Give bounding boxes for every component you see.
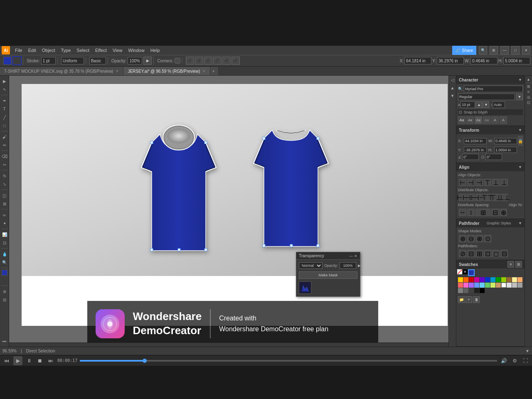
- column-graph-tool[interactable]: 📊: [1, 231, 8, 238]
- swatch-l-light[interactable]: [490, 283, 495, 288]
- w-transform-input[interactable]: [494, 138, 517, 144]
- far-right-icon-1[interactable]: ⊞: [527, 84, 530, 89]
- swatch-y-light[interactable]: [512, 277, 517, 282]
- swatch-gray4[interactable]: [458, 288, 463, 293]
- symbol-sprayer-tool[interactable]: ✦: [1, 219, 8, 227]
- align-header[interactable]: Align ▼: [456, 163, 525, 171]
- gradient-tool[interactable]: ◫: [1, 192, 8, 199]
- underline-btn[interactable]: Ax: [475, 116, 482, 124]
- canvas-top-section[interactable]: [22, 84, 448, 276]
- swatch-r-light[interactable]: [458, 283, 463, 288]
- minus-front-btn[interactable]: ⊖: [467, 235, 475, 242]
- opacity-input[interactable]: [128, 57, 142, 64]
- direct-selection-tool[interactable]: ↖: [1, 86, 8, 93]
- tab-jersey-close[interactable]: ✕: [202, 69, 206, 73]
- delete-swatch[interactable]: 🗑: [473, 296, 480, 303]
- artboard-tool[interactable]: ⊡: [1, 239, 8, 246]
- lock-aspect-btn[interactable]: 🔒: [518, 136, 523, 146]
- new-color-group[interactable]: 📁: [458, 296, 465, 303]
- leading-input[interactable]: [493, 101, 505, 108]
- distribute-bottom[interactable]: ⊥⊥: [500, 194, 508, 201]
- align-center-v-btn[interactable]: ⬛: [222, 57, 231, 65]
- snap-to-glyph[interactable]: ⊡ Snap to Glyph: [458, 109, 523, 115]
- swatch-active-blue[interactable]: [468, 269, 475, 276]
- video-settings[interactable]: ⚙: [510, 357, 519, 365]
- swatches-header[interactable]: Swatches ≡ ⊞: [456, 260, 525, 268]
- font-input[interactable]: [464, 86, 523, 92]
- opacity-arrow[interactable]: ▶: [143, 57, 152, 65]
- align-top-btn[interactable]: ⬛: [213, 57, 222, 65]
- rect-tool[interactable]: □: [1, 122, 8, 129]
- right-panel-toggle[interactable]: ◁: [449, 76, 456, 83]
- far-right-icon-3[interactable]: ◎: [527, 95, 530, 99]
- paintbrush-tool[interactable]: 🖌: [1, 133, 8, 140]
- align-v-centers[interactable]: ⊥: [492, 179, 500, 186]
- menu-edit[interactable]: Edit: [26, 47, 39, 54]
- character-collapse[interactable]: ▼: [518, 78, 522, 82]
- far-right-icon-4[interactable]: ⊡: [527, 101, 530, 105]
- tab-tshirt-close[interactable]: ✕: [116, 69, 119, 73]
- swatch-gray5[interactable]: [463, 288, 468, 293]
- swatch-gray7[interactable]: [474, 288, 479, 293]
- transform-header[interactable]: Transform ▼: [456, 126, 525, 134]
- align-left-edges[interactable]: ⊢: [459, 179, 466, 186]
- swatch-white[interactable]: [501, 283, 506, 288]
- drawing-mode[interactable]: ⊚: [1, 288, 8, 295]
- eyedropper-tool[interactable]: 💧: [1, 250, 8, 258]
- stroke-style-input[interactable]: [61, 57, 84, 64]
- align-to-key-object[interactable]: ⊕: [500, 209, 507, 216]
- swatch-m-light[interactable]: [463, 283, 468, 288]
- stroke-value-input[interactable]: [41, 57, 56, 64]
- video-rewind-start[interactable]: ⏮: [2, 357, 11, 365]
- swatch-green[interactable]: [496, 277, 501, 282]
- swatch-registration[interactable]: ⊕: [463, 269, 468, 274]
- mesh-tool[interactable]: ⊞: [1, 200, 8, 207]
- video-stop[interactable]: ⏹: [36, 357, 44, 365]
- video-fullscreen[interactable]: ⛶: [521, 357, 530, 365]
- shear-input[interactable]: [485, 154, 502, 160]
- opacity-arrow[interactable]: ▶: [358, 264, 361, 268]
- window-minimize[interactable]: —: [500, 46, 509, 54]
- canvas-scroll-h[interactable]: [9, 342, 448, 347]
- corners-icon[interactable]: [175, 58, 180, 64]
- align-collapse[interactable]: ▼: [518, 165, 522, 169]
- align-top-edges[interactable]: ⊤: [484, 179, 491, 186]
- swatch-magenta[interactable]: [474, 277, 479, 282]
- x-transform-input[interactable]: [464, 138, 487, 144]
- font-size-input[interactable]: [461, 101, 475, 108]
- menu-window[interactable]: Window: [126, 47, 147, 54]
- subscript-btn[interactable]: A: [500, 116, 507, 124]
- new-swatch[interactable]: +: [466, 296, 472, 303]
- character-header[interactable]: Character ▼: [456, 76, 525, 84]
- selection-tool[interactable]: ▶: [1, 77, 8, 85]
- align-bottom-btn[interactable]: ⬛: [232, 57, 240, 65]
- swatch-none[interactable]: [457, 269, 462, 274]
- outline-btn[interactable]: ◻: [492, 250, 500, 257]
- zoom-tool[interactable]: 🔍: [1, 259, 8, 266]
- distribute-h-spacing[interactable]: ↔: [459, 209, 466, 216]
- tab-tshirt[interactable]: T-SHIRT MOCKUP VNECK.svg @ 35.78 % (RGB/…: [0, 67, 123, 75]
- canvas-scroll-up[interactable]: ▲: [449, 84, 456, 91]
- opacity-input[interactable]: [340, 262, 356, 269]
- menu-help[interactable]: Help: [148, 47, 163, 54]
- swatch-blue[interactable]: [485, 277, 490, 282]
- video-progress-bar[interactable]: [80, 360, 497, 362]
- more-tools[interactable]: •••: [1, 337, 8, 345]
- trim-btn[interactable]: ⊟: [467, 250, 475, 257]
- video-play[interactable]: ▶: [13, 356, 22, 365]
- swatch-red[interactable]: [469, 277, 474, 282]
- align-left-btn[interactable]: ⬛: [186, 57, 194, 65]
- minus-back-btn[interactable]: ⊟: [500, 250, 508, 257]
- swatch-yellow[interactable]: [458, 277, 463, 282]
- style-dropdown[interactable]: ▼: [516, 94, 523, 100]
- h-transform-input[interactable]: [494, 147, 517, 153]
- change-screen[interactable]: ⊟: [1, 296, 8, 303]
- swatch-cyan[interactable]: [490, 277, 495, 282]
- h-input[interactable]: [503, 57, 530, 64]
- align-h-centers[interactable]: ⊣: [467, 179, 475, 186]
- pathfinder-header[interactable]: Pathfinder Graphic Styles ▼: [456, 219, 525, 227]
- video-forward-end[interactable]: ⏭: [47, 357, 55, 365]
- align-to-selection[interactable]: ⊞: [475, 209, 490, 216]
- canvas-scroll-down[interactable]: ▼: [449, 92, 456, 99]
- fill-color-btn[interactable]: [3, 57, 12, 65]
